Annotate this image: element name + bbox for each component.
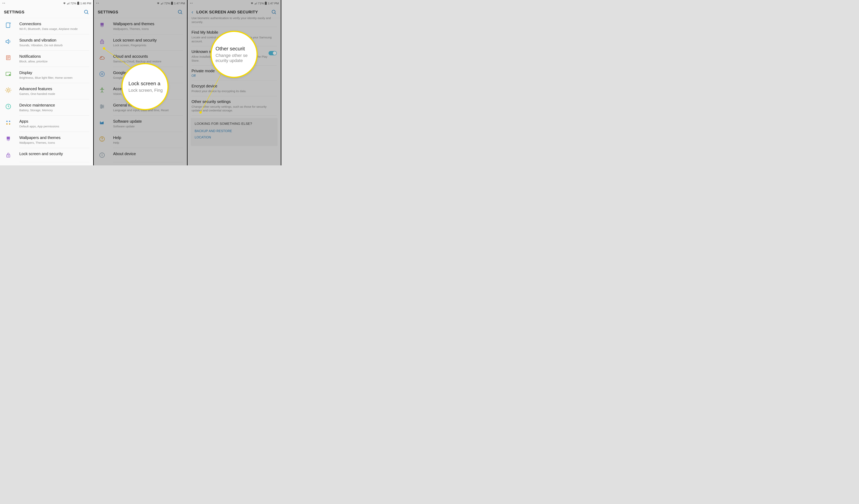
svg-point-16 <box>9 123 10 125</box>
list-item[interactable]: Lock screen and securityLock screen, Fin… <box>94 34 187 51</box>
item-sub: Lock screen, Fingerprints <box>113 43 183 47</box>
signal-icon <box>161 2 163 4</box>
svg-point-2 <box>85 10 88 13</box>
list-item[interactable]: ConnectionsWi-Fi, Bluetooth, Data usage,… <box>0 18 93 34</box>
list-item[interactable]: HelpHelp <box>94 132 187 148</box>
item-title: Help <box>113 136 183 140</box>
signal-icon <box>67 2 70 4</box>
item-sub: Battery, Storage, Memory <box>19 108 89 112</box>
item-sub: Protect your device by encrypting its da… <box>192 89 277 93</box>
toggle-switch[interactable] <box>269 51 277 55</box>
list-item[interactable]: About device <box>94 148 187 162</box>
lock-icon <box>4 152 13 159</box>
item-sub: Wallpapers, Themes, Icons <box>19 141 89 145</box>
item-sub: Help <box>113 141 183 145</box>
callout-sub: Lock screen, Fing <box>129 88 167 93</box>
list-item[interactable]: Lock screen and security <box>0 148 93 162</box>
list-item[interactable]: Use biometric authentication to verify y… <box>187 16 281 27</box>
list-item[interactable]: Wallpapers and themesWallpapers, Themes,… <box>0 132 93 148</box>
callout-lock-screen: Lock screen a Lock screen, Fing <box>121 63 169 110</box>
svg-point-13 <box>6 121 8 122</box>
callout-title: Other securit <box>215 46 257 52</box>
header: SETTINGS <box>94 6 187 18</box>
maintenance-icon <box>4 103 13 110</box>
svg-point-15 <box>6 123 8 125</box>
callout-anchor-dot <box>103 47 105 50</box>
search-icon[interactable] <box>271 10 277 15</box>
advanced-icon <box>4 86 13 94</box>
svg-point-27 <box>101 57 102 58</box>
svg-point-26 <box>102 42 103 43</box>
list-item[interactable]: Software updateSoftware update <box>94 115 187 132</box>
help-icon <box>98 136 106 143</box>
apps-icon <box>4 119 13 126</box>
item-title: Connections <box>19 22 89 26</box>
list-item[interactable]: Sounds and vibrationSounds, Vibration, D… <box>0 34 93 51</box>
cloud-icon <box>98 54 106 61</box>
clock: 1:47 PM <box>268 2 279 5</box>
callout-sub2: ecurity update <box>215 58 257 63</box>
google-icon <box>98 70 106 78</box>
footer-card: LOOKING FOR SOMETHING ELSE? BACKUP AND R… <box>191 118 277 146</box>
item-title: Wallpapers and themes <box>19 136 89 140</box>
svg-rect-24 <box>101 23 104 26</box>
item-title: Display <box>19 70 89 75</box>
sound-icon <box>4 38 13 45</box>
update-icon <box>98 119 106 126</box>
svg-rect-0 <box>77 2 79 5</box>
battery-percent: 71% <box>258 2 264 5</box>
item-title: Wallpapers and themes <box>113 22 183 26</box>
list-item[interactable]: NotificationsBlock, allow, prioritize <box>0 51 93 67</box>
wifi-icon <box>251 2 254 4</box>
item-sub: Games, One-handed mode <box>19 92 89 96</box>
wallpaper-icon <box>4 136 13 143</box>
callout-sub1: Change other se <box>215 53 257 58</box>
item-title: Sounds and vibration <box>19 38 89 43</box>
battery-icon <box>77 2 79 5</box>
item-title: About device <box>113 152 183 156</box>
list-item[interactable]: Advanced featuresGames, One-handed mode <box>0 83 93 99</box>
item-title: Encrypt device <box>192 84 277 89</box>
svg-rect-1 <box>78 2 79 2</box>
notifications-icon <box>4 54 13 61</box>
item-sub: Sounds, Vibration, Do not disturb <box>19 43 89 47</box>
svg-point-35 <box>101 107 102 108</box>
item-sub: Default apps, App permissions <box>19 124 89 128</box>
footer-link-backup[interactable]: BACKUP AND RESTORE <box>195 129 274 133</box>
item-title: Software update <box>113 119 183 124</box>
back-button[interactable]: ‹ <box>192 9 193 15</box>
svg-point-33 <box>101 105 102 106</box>
item-sub: Samsung Cloud, Backup and restore <box>113 60 183 63</box>
svg-point-45 <box>272 10 275 13</box>
list-item[interactable]: Encrypt deviceProtect your device by enc… <box>187 81 281 96</box>
list-item[interactable]: Device maintenanceBattery, Storage, Memo… <box>0 99 93 116</box>
item-sub: Brightness, Blue light filter, Home scre… <box>19 76 89 80</box>
list-item[interactable]: Wallpapers and themesWallpapers, Themes,… <box>94 18 187 34</box>
wifi-icon <box>63 2 66 4</box>
svg-point-19 <box>8 156 9 156</box>
search-icon[interactable] <box>178 10 183 15</box>
item-sub: Wi-Fi, Bluetooth, Data usage, Airplane m… <box>19 27 89 31</box>
battery-percent: 72% <box>70 2 76 5</box>
svg-line-23 <box>181 13 182 14</box>
signal-icon <box>254 2 257 4</box>
svg-rect-20 <box>171 2 173 5</box>
battery-icon <box>171 2 173 5</box>
list-item[interactable]: AppsDefault apps, App permissions <box>0 115 93 132</box>
page-title: SETTINGS <box>4 10 84 14</box>
svg-point-22 <box>178 10 181 13</box>
page-title: SETTINGS <box>98 10 178 14</box>
battery-icon <box>265 2 267 5</box>
clock: 1:46 PM <box>80 2 91 5</box>
status-bar: ⚬⚬ 72% 1:47 PM <box>94 0 187 6</box>
footer-title: LOOKING FOR SOMETHING ELSE? <box>195 122 274 126</box>
callout-other-security: Other securit Change other se ecurity up… <box>210 31 258 78</box>
search-icon[interactable] <box>84 10 89 15</box>
item-sub: Software update <box>113 124 183 128</box>
svg-point-11 <box>7 89 10 91</box>
footer-link-location[interactable]: LOCATION <box>195 136 274 139</box>
list-item[interactable]: DisplayBrightness, Blue light filter, Ho… <box>0 67 93 83</box>
settings-list: ConnectionsWi-Fi, Bluetooth, Data usage,… <box>0 18 93 162</box>
svg-point-14 <box>9 121 10 122</box>
general-icon <box>98 103 106 110</box>
